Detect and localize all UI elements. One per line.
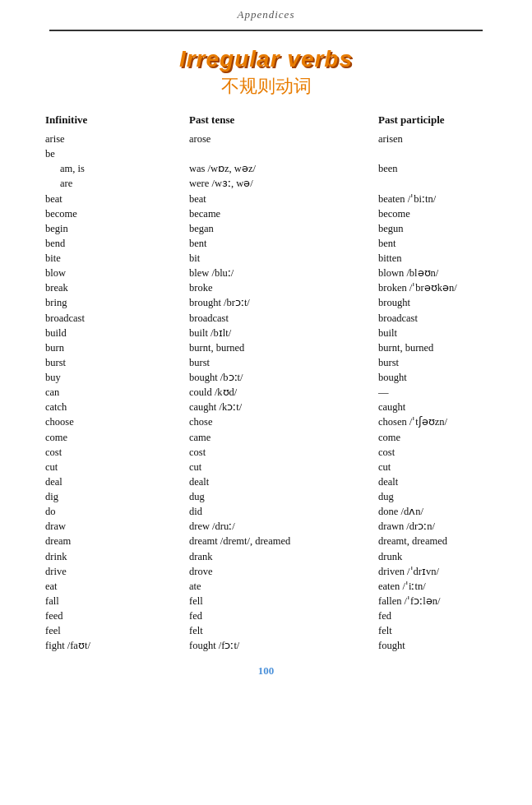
cell-past-tense: became [189,206,378,221]
cell-past-tense: fed [189,608,378,623]
cell-past-participle: fed [378,608,487,623]
cell-infinitive: begin [45,221,189,236]
cell-infinitive: are [45,176,189,191]
cell-past-participle: dug [378,489,487,504]
table-row: cutcutcut [45,460,487,474]
cell-infinitive: catch [45,400,189,414]
cell-past-participle: dreamt, dreamed [378,534,487,548]
cell-infinitive: eat [45,579,189,594]
cell-past-tense: could /kʊd/ [189,385,378,400]
table-row: feedfedfed [45,608,487,623]
table-row: broadcastbroadcastbroadcast [45,311,487,326]
table-row: am, iswas /wɒz, wəz/been [45,161,487,176]
cell-past-participle: bought [378,370,487,385]
table-header: Infinitive Past tense Past participle [45,113,487,128]
cell-past-tense: did [189,504,378,519]
cell-past-tense: burst [189,355,378,370]
table-row: arisearosearisen [45,132,487,146]
cell-past-participle: eaten /ˈiːtn/ [378,579,487,594]
title-english: Irregular verbs [0,46,532,72]
cell-past-participle: begun [378,221,487,236]
table-row: burnburnt, burnedburnt, burned [45,340,487,355]
cell-past-tense: cost [189,445,378,460]
cell-past-participle: blown /bləʊn/ [378,266,487,280]
cell-infinitive: break [45,280,189,295]
cell-infinitive: cut [45,460,189,474]
cell-past-participle: bent [378,236,487,251]
cell-past-tense: broke [189,280,378,295]
top-image-area: Appendices [49,0,483,31]
cell-past-participle: broken /ˈbrəʊkən/ [378,280,487,295]
cell-infinitive: blow [45,266,189,280]
cell-past-tense: bit [189,251,378,266]
cell-past-tense: fell [189,594,378,608]
cell-past-participle [378,146,487,161]
cell-past-participle: come [378,430,487,445]
cell-infinitive: bite [45,251,189,266]
table-row: drinkdrankdrunk [45,549,487,564]
table-row: bendbentbent [45,236,487,251]
cell-past-tense: fought /fɔːt/ [189,638,378,653]
title-chinese: 不规则动词 [0,74,532,99]
table-row: digdugdug [45,489,487,504]
cell-past-participle: driven /ˈdrɪvn/ [378,564,487,579]
cell-past-tense: arose [189,132,378,146]
cell-past-tense: dealt [189,474,378,489]
col-header-infinitive: Infinitive [45,113,189,127]
table-row: breakbrokebroken /ˈbrəʊkən/ [45,280,487,295]
cell-infinitive: am, is [45,161,189,176]
table-row: bitebitbitten [45,251,487,266]
cell-infinitive: be [45,146,189,161]
cell-infinitive: bring [45,295,189,310]
table-row: becomebecamebecome [45,206,487,221]
table-row: dreamdreamt /dremt/, dreameddreamt, drea… [45,534,487,548]
cell-past-participle: drunk [378,549,487,564]
cell-past-tense: brought /brɔːt/ [189,295,378,310]
table-row: comecamecome [45,430,487,445]
table-row: beginbeganbegun [45,221,487,236]
cell-past-participle: drawn /drɔːn/ [378,519,487,534]
cell-past-tense: blew /bluː/ [189,266,378,280]
cell-infinitive: feed [45,608,189,623]
cell-past-participle: broadcast [378,311,487,326]
table-row: buildbuilt /bɪlt/built [45,326,487,340]
cell-past-tense: was /wɒz, wəz/ [189,161,378,176]
cell-past-participle: burnt, burned [378,340,487,355]
cell-past-participle: chosen /ˈtʃəʊzn/ [378,414,487,429]
cell-past-tense: dug [189,489,378,504]
cell-past-participle: cost [378,445,487,460]
cell-past-participle: done /dʌn/ [378,504,487,519]
cell-past-tense: dreamt /dremt/, dreamed [189,534,378,548]
cell-infinitive: beat [45,192,189,206]
table-area: Infinitive Past tense Past participle ar… [45,113,487,653]
cell-infinitive: choose [45,414,189,429]
col-header-past-participle: Past participle [378,113,487,127]
cell-past-participle: cut [378,460,487,474]
table-row: dealdealtdealt [45,474,487,489]
cell-infinitive: become [45,206,189,221]
table-row: cancould /kʊd/— [45,385,487,400]
cell-infinitive: fight /faʊt/ [45,638,189,653]
cell-past-tense: broadcast [189,311,378,326]
cell-past-participle: — [378,385,487,400]
cell-past-participle: brought [378,295,487,310]
cell-infinitive: cost [45,445,189,460]
cell-past-tense: burnt, burned [189,340,378,355]
cell-past-tense: beat [189,192,378,206]
cell-infinitive: arise [45,132,189,146]
page-title: Irregular verbs 不规则动词 [0,46,532,99]
cell-past-tense [189,146,378,161]
cell-infinitive: draw [45,519,189,534]
cell-infinitive: burst [45,355,189,370]
table-row: catchcaught /kɔːt/caught [45,400,487,414]
cell-past-tense: bought /bɔːt/ [189,370,378,385]
cell-infinitive: deal [45,474,189,489]
table-row: eatateeaten /ˈiːtn/ [45,579,487,594]
col-header-past-tense: Past tense [189,113,378,127]
cell-past-participle: arisen [378,132,487,146]
page-number: 100 [0,664,532,686]
cell-past-participle: dealt [378,474,487,489]
verb-table: arisearosearisenbeam, iswas /wɒz, wəz/be… [45,132,487,653]
table-row: burstburstburst [45,355,487,370]
cell-past-tense: chose [189,414,378,429]
